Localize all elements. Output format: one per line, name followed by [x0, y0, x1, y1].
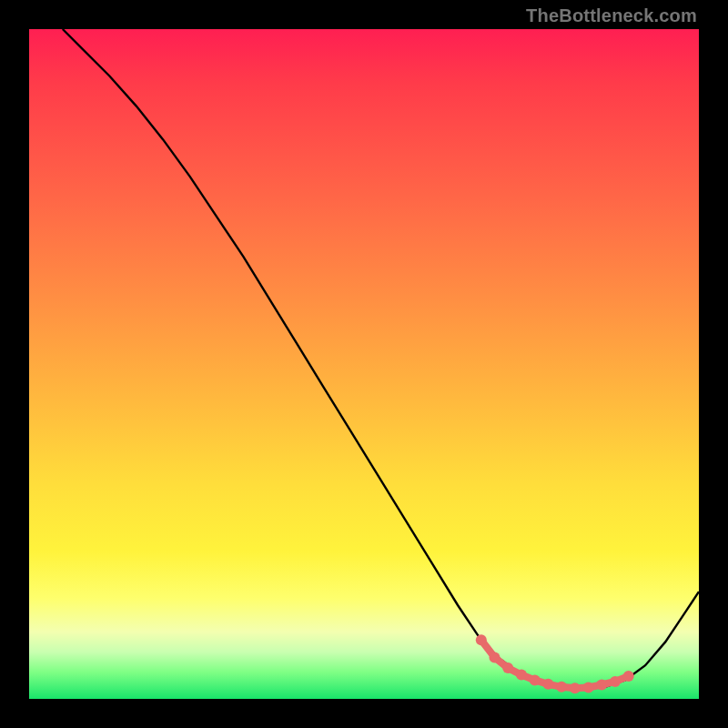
highlight-markers: [29, 29, 699, 699]
marker-dot: [596, 680, 607, 691]
plot-area: [29, 29, 699, 699]
marker-dot: [516, 670, 527, 681]
marker-dot: [556, 682, 567, 693]
chart-frame: TheBottleneck.com: [0, 0, 728, 728]
marker-dot: [583, 682, 594, 693]
marker-dot: [610, 676, 621, 687]
marker-dot: [490, 652, 500, 662]
marker-dot: [530, 674, 541, 685]
marker-dot: [502, 662, 513, 673]
watermark-text: TheBottleneck.com: [526, 5, 697, 26]
marker-dot: [570, 682, 581, 693]
marker-dot: [542, 679, 553, 690]
marker-dot: [623, 671, 634, 682]
marker-dot: [476, 634, 487, 645]
